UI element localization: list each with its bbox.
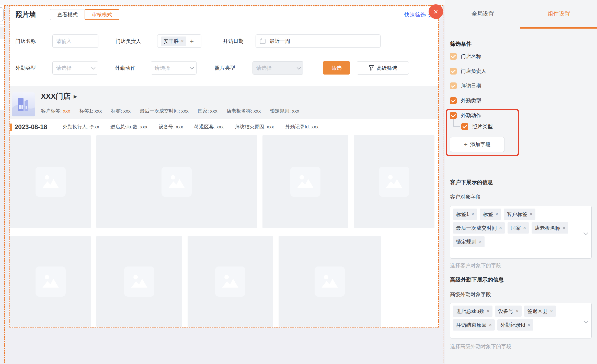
checkbox-store-name[interactable]: 门店名称 [450, 53, 481, 60]
advanced-info-heading: 高级外勤下展示的信息 [450, 276, 504, 283]
store-name-label: 门店名称 [15, 34, 36, 48]
field-tag: 设备号× [495, 306, 522, 317]
store-owner-tag: 安丰胜 × [161, 37, 186, 46]
checkbox-visit-date[interactable]: 拜访日期 [450, 82, 481, 89]
visit-meta-item: 进店总sku数:xxx [110, 124, 147, 130]
divider [0, 25, 4, 25]
tag-remove-icon[interactable]: × [487, 308, 489, 314]
field-action-placeholder: 请选择 [155, 65, 170, 71]
checkbox-checked-icon [450, 68, 457, 75]
checkbox-label: 外勤动作 [461, 112, 481, 119]
photo-type-placeholder: 请选择 [256, 65, 272, 71]
background-block-fragment [0, 27, 4, 39]
checkbox-field-action[interactable]: 外勤动作 [450, 112, 481, 119]
photo-tile[interactable] [279, 236, 381, 327]
tag-remove-icon[interactable]: × [495, 211, 498, 217]
tag-remove-icon[interactable]: × [562, 225, 565, 231]
view-mode-button[interactable]: 查看模式 [50, 9, 85, 20]
field-tag: 标签× [480, 209, 501, 220]
settings-sidebar: 全局设置 组件设置 筛选条件 门店名称 门店负责人 拜访日期 外勤类型 外勤动作… [445, 0, 597, 364]
checkbox-checked-icon [450, 82, 457, 89]
store-meta-item: 标签:xxx [111, 108, 131, 114]
tag-remove-icon[interactable]: × [499, 225, 502, 231]
store-owner-select[interactable]: 安丰胜 × + [157, 34, 201, 48]
photo-type-label: 照片类型 [215, 61, 235, 75]
photo-tile[interactable] [10, 236, 91, 327]
photo-tile[interactable] [354, 135, 434, 228]
field-type-select[interactable]: 请选择 [52, 61, 98, 75]
tag-remove-icon[interactable]: × [550, 308, 553, 314]
mode-toggle: 查看模式 审核模式 [50, 9, 119, 20]
visit-date-label: 拜访日期 [223, 34, 244, 48]
field-tag: 标签1× [453, 209, 477, 220]
advanced-filter-label: 高级筛选 [377, 65, 397, 71]
field-action-select[interactable]: 请选择 [151, 61, 197, 75]
tag-remove-icon[interactable]: × [181, 38, 184, 44]
visit-meta-row: 外勤执行人:李xx 进店总sku数:xxx 设备号:xxx 签退区县:xxx 拜… [63, 119, 319, 135]
page-title: 照片墙 [15, 6, 36, 23]
add-field-button[interactable]: + 添加字段 [450, 137, 505, 152]
advanced-filter-button[interactable]: 高级筛选 [357, 61, 409, 75]
field-action-label: 外勤动作 [115, 61, 135, 75]
checkbox-checked-icon [450, 112, 457, 119]
checkbox-store-owner[interactable]: 门店负责人 [450, 68, 486, 75]
store-meta-item: 国家:xxx [198, 108, 217, 114]
tag-remove-icon[interactable]: × [516, 308, 519, 314]
tag-remove-icon[interactable]: × [527, 322, 530, 328]
store-header-strip: XXX门店 ▶ 客户标签:xxx 标签1:xxx 标签:xxx 最后一次成交时间… [10, 86, 438, 119]
advanced-fields-multiselect[interactable]: 进店总sku数× 设备号× 签退区县× 拜访结束原因× 外勤记录Id× [450, 303, 592, 338]
checkbox-photo-type[interactable]: 照片类型 [461, 123, 493, 130]
chevron-down-icon [190, 66, 194, 70]
photo-tile[interactable] [188, 236, 273, 327]
image-placeholder-icon [162, 167, 192, 197]
tag-remove-icon[interactable]: × [479, 239, 481, 245]
store-meta-item: 标签1:xxx [79, 108, 102, 114]
visit-meta-item: 外勤记录Id:xxx [285, 124, 319, 130]
visit-date-picker[interactable]: 最近一周 [256, 34, 381, 48]
close-icon: × [434, 7, 438, 16]
visit-meta-item: 签退区县:xxx [194, 124, 224, 130]
tab-component-settings[interactable]: 组件设置 [521, 0, 597, 28]
customer-fields-multiselect[interactable]: 标签1× 标签× 客户标签× 最后一次成交时间× 国家× 店老板名称× 锁定规则… [450, 206, 592, 259]
filter-submit-button[interactable]: 筛选 [323, 61, 350, 75]
panel-header: 照片墙 查看模式 审核模式 快速筛选 [10, 6, 438, 23]
tag-remove-icon[interactable]: × [530, 211, 532, 217]
chevron-down-icon [297, 66, 301, 70]
tag-remove-icon[interactable]: × [523, 225, 526, 231]
tab-global-settings[interactable]: 全局设置 [445, 0, 521, 28]
review-mode-button[interactable]: 审核模式 [85, 9, 119, 20]
caret-right-icon: ▶ [74, 94, 77, 99]
visit-meta-item: 拜访结束原因:xxx [235, 124, 274, 130]
store-meta-item: 店老板名称:xxx [226, 108, 261, 114]
store-avatar [12, 92, 35, 116]
store-name-input-wrap [52, 34, 98, 48]
photo-type-select-disabled: 请选择 [252, 61, 303, 75]
field-tag: 国家× [508, 222, 529, 234]
store-name-text: XXX门店 [41, 91, 71, 102]
advanced-helper-text: 选择高级外勤对象下的字段 [450, 343, 511, 350]
customer-helper-text: 选择客户对象下的字段 [450, 262, 501, 269]
store-name[interactable]: XXX门店 ▶ [41, 91, 77, 102]
image-placeholder-icon [315, 266, 345, 297]
photo-tile[interactable] [10, 135, 91, 228]
field-tag: 进店总sku数× [453, 306, 492, 317]
checkbox-label: 照片类型 [472, 123, 493, 130]
checkbox-field-type[interactable]: 外勤类型 [450, 97, 481, 104]
photo-tile[interactable] [96, 236, 182, 327]
close-button[interactable]: × [429, 4, 443, 19]
photo-tile[interactable] [262, 135, 348, 228]
building-icon [12, 92, 35, 116]
field-tag: 锁定规则× [453, 236, 485, 247]
checkbox-label: 门店名称 [461, 53, 481, 60]
add-owner-icon[interactable]: + [190, 38, 194, 44]
calendar-icon [259, 38, 266, 44]
photo-tile[interactable] [96, 135, 257, 228]
store-name-input[interactable] [56, 38, 95, 44]
visit-meta-item: 设备号:xxx [159, 124, 183, 130]
settings-tabs: 全局设置 组件设置 [445, 0, 597, 28]
tag-remove-icon[interactable]: × [471, 211, 474, 217]
tree-connector [453, 119, 460, 127]
chevron-down-icon [91, 66, 96, 70]
tag-remove-icon[interactable]: × [489, 322, 492, 328]
plus-icon: + [464, 141, 467, 148]
